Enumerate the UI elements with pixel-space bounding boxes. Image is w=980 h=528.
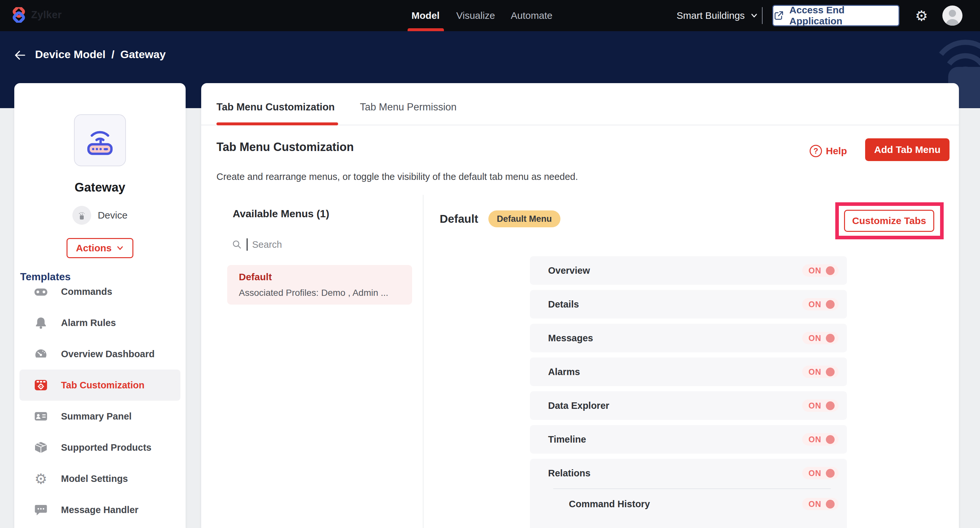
menu-list-item-default[interactable]: Default Associated Profiles: Demo , Admi…	[227, 265, 412, 305]
tab-customization-icon	[33, 377, 49, 393]
chat-bubble-icon	[33, 502, 49, 518]
toggle-knob	[826, 401, 835, 410]
toggle-knob	[826, 266, 835, 275]
device-type-icon	[72, 206, 91, 225]
tab-rows-list: Overview ON Details ON Messages ON Alarm…	[530, 256, 847, 528]
sidebar-item-supported-products[interactable]: Supported Products	[19, 432, 180, 463]
package-box-icon	[33, 440, 49, 455]
back-arrow-icon[interactable]	[13, 48, 27, 62]
sidebar-item-message-handler[interactable]: Message Handler	[19, 494, 180, 525]
nav-tab-automate[interactable]: Automate	[511, 0, 552, 31]
device-type-row: Device	[14, 206, 186, 225]
search-icon	[232, 239, 242, 250]
top-app-bar: Zylker Model Visualize Automate Smart Bu…	[0, 0, 980, 31]
sidebar-item-commands[interactable]: Commands	[19, 284, 180, 307]
topbar-divider	[762, 7, 763, 24]
toggle-on[interactable]: ON	[802, 399, 839, 412]
panel-vertical-divider	[423, 195, 423, 528]
tab-row-alarms: Alarms ON	[530, 357, 847, 386]
tab-row-details: Details ON	[530, 290, 847, 319]
access-end-application-button[interactable]: Access End Application	[772, 5, 899, 26]
user-avatar[interactable]	[942, 6, 963, 26]
device-model-icon-box	[74, 114, 126, 166]
settings-gear-icon[interactable]: ⚙	[915, 0, 928, 31]
app-logo[interactable]: Zylker	[11, 7, 62, 23]
tab-customization-panel: Tab Menu Customization Tab Menu Permissi…	[201, 83, 959, 528]
chevron-down-icon	[750, 11, 758, 20]
section-heading: Tab Menu Customization	[216, 140, 354, 154]
zylker-logo-icon	[11, 7, 27, 23]
breadcrumb-gateway: Gateway	[120, 48, 166, 61]
tab-menu-customization-tab[interactable]: Tab Menu Customization	[216, 101, 335, 113]
tab-row-overview: Overview ON	[530, 256, 847, 285]
logo-text: Zylker	[31, 9, 62, 21]
breadcrumb-device-model[interactable]: Device Model	[35, 48, 105, 61]
sidebar-item-tab-customization[interactable]: Tab Customization	[19, 370, 180, 401]
nav-tab-model[interactable]: Model	[412, 0, 440, 31]
gear-icon: ⚙	[33, 471, 49, 487]
search-input[interactable]	[252, 239, 375, 250]
add-tab-menu-button[interactable]: Add Tab Menu	[865, 138, 950, 161]
nav-tab-visualize[interactable]: Visualize	[456, 0, 495, 31]
active-tab-underline	[216, 123, 338, 125]
templates-section-title: Templates	[20, 271, 71, 283]
sidebar-item-model-settings[interactable]: ⚙ Model Settings	[19, 463, 180, 494]
tab-row-timeline: Timeline ON	[530, 425, 847, 454]
toggle-on[interactable]: ON	[802, 264, 839, 277]
toggle-knob	[826, 300, 835, 309]
tab-row-relations: Relations ON	[530, 459, 847, 487]
tab-row-data-explorer: Data Explorer ON	[530, 391, 847, 420]
access-end-application-label: Access End Application	[789, 5, 899, 27]
selected-menu-title: Default	[440, 212, 478, 225]
id-card-icon	[33, 408, 49, 424]
org-selector[interactable]: Smart Buildings	[676, 0, 758, 31]
tab-row-messages: Messages ON	[530, 324, 847, 353]
toggle-on[interactable]: ON	[802, 498, 839, 510]
toggle-knob	[826, 469, 835, 478]
help-link[interactable]: ? Help	[810, 145, 847, 157]
menu-search	[232, 235, 394, 254]
toggle-knob	[826, 368, 835, 376]
section-description: Create and rearrange menus, or toggle th…	[216, 171, 578, 182]
gamepad-icon	[33, 284, 49, 299]
router-icon	[83, 123, 117, 157]
device-model-name: Gateway	[14, 180, 186, 195]
bell-icon	[33, 315, 49, 330]
text-caret	[247, 238, 248, 251]
device-model-sidebar: Gateway Device Actions Templates Command…	[14, 83, 186, 528]
toggle-knob	[826, 435, 835, 444]
default-menu-badge: Default Menu	[488, 211, 560, 227]
panel-tabs-bar: Tab Menu Customization Tab Menu Permissi…	[201, 83, 959, 125]
toggle-on[interactable]: ON	[802, 433, 839, 445]
toggle-on[interactable]: ON	[802, 365, 839, 378]
external-link-icon	[773, 10, 784, 21]
tab-row-relations-group: Relations ON Command History ON	[530, 459, 847, 528]
device-type-label: Device	[98, 210, 127, 221]
actions-button[interactable]: Actions	[67, 238, 134, 258]
person-silhouette-icon	[942, 6, 963, 26]
sidebar-item-overview-dashboard[interactable]: Overview Dashboard	[19, 338, 180, 370]
toggle-knob	[826, 500, 835, 509]
toggle-knob	[826, 334, 835, 343]
breadcrumb: Device Model / Gateway	[35, 48, 166, 61]
chevron-down-icon	[116, 244, 124, 252]
active-nav-underline	[407, 28, 444, 31]
templates-list: Commands Alarm Rules Overview Dashboard …	[14, 284, 186, 528]
tab-menu-permission-tab[interactable]: Tab Menu Permission	[360, 101, 457, 113]
menu-item-title: Default	[239, 271, 272, 282]
breadcrumb-separator: /	[111, 48, 114, 61]
menu-item-subtitle: Associated Profiles: Demo , Admin ...	[239, 288, 388, 298]
toggle-on[interactable]: ON	[802, 332, 839, 344]
toggle-on[interactable]: ON	[802, 298, 839, 310]
toggle-on[interactable]: ON	[802, 467, 839, 479]
gauge-icon	[33, 346, 49, 362]
sidebar-item-alarm-rules[interactable]: Alarm Rules	[19, 307, 180, 338]
customize-tabs-button[interactable]: Customize Tabs	[844, 210, 934, 232]
question-circle-icon: ?	[810, 145, 822, 157]
tab-row-command-history: Command History ON	[530, 489, 847, 519]
available-menus-title: Available Menus (1)	[233, 208, 329, 220]
org-selector-label: Smart Buildings	[676, 10, 745, 21]
sidebar-item-summary-panel[interactable]: Summary Panel	[19, 401, 180, 432]
